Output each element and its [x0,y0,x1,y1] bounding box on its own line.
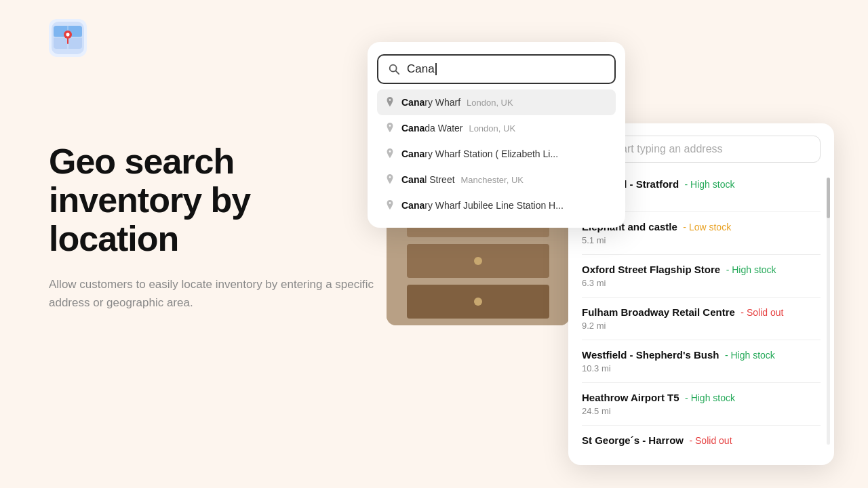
autocomplete-item-3[interactable]: Canary Wharf Station ( Elizabeth Li... [377,141,616,167]
store-name: Heathrow Airport T5 [582,392,679,403]
store-distance: 24.5 mi [582,406,821,416]
inventory-item-7[interactable]: St George´s - Harrow - Solid out [582,426,821,455]
store-name: Oxford Street Flagship Store [582,264,720,275]
store-distance: 9.2 mi [582,321,821,331]
search-icon [388,63,400,75]
stock-status: - Low stock [683,222,731,232]
autocomplete-item-2[interactable]: Canada Water London, UK [377,115,616,141]
inventory-item-4[interactable]: Fulham Broadway Retail Centre - Solid ou… [582,298,821,340]
search-input-active[interactable]: Cana [377,54,616,84]
store-name: Westfield - Shepherd's Bush [582,349,719,361]
store-name: Fulham Broadway Retail Centre [582,306,735,318]
text-cursor [435,63,437,75]
scrollbar-thumb[interactable] [827,178,830,218]
autocomplete-item-5[interactable]: Canary Wharf Jubilee Line Station H... [377,192,616,218]
svg-point-19 [474,298,482,306]
store-distance: 10.3 mi [582,363,821,373]
stock-status: - High stock [685,179,735,190]
location-pin-icon [385,148,395,159]
inventory-item-3[interactable]: Oxford Street Flagship Store - High stoc… [582,255,821,298]
search-autocomplete-card: Cana Canary Wharf London, UK Canada Wate… [368,42,625,228]
stock-status: - High stock [725,350,775,361]
suggestion-text: Canary Wharf Jubilee Line Station H... [401,200,564,211]
suggestion-text: Canada Water London, UK [401,123,515,134]
location-pin-icon [385,200,395,211]
location-pin-icon [385,97,395,108]
hero-section: Geo search inventory by location Allow c… [49,142,381,312]
stock-status: - Solid out [741,307,783,318]
suggestion-text: Canary Wharf London, UK [401,97,513,108]
svg-line-12 [396,71,399,75]
stock-status: - Solid out [689,435,732,446]
svg-point-9 [66,33,68,35]
hero-title: Geo search inventory by location [49,142,381,259]
autocomplete-dropdown: Canary Wharf London, UK Canada Water Lon… [377,89,616,218]
inventory-item-5[interactable]: Westfield - Shepherd's Bush - High stock… [582,340,821,383]
autocomplete-item-4[interactable]: Canal Street Manchester, UK [377,167,616,192]
autocomplete-item-1[interactable]: Canary Wharf London, UK [377,89,616,115]
store-name: St George´s - Harrow [582,434,684,446]
store-distance: 5.1 mi [582,235,821,245]
search-placeholder: Start typing an address [611,143,723,155]
search-query: Cana [407,62,435,76]
suggestion-text: Canary Wharf Station ( Elizabeth Li... [401,148,558,159]
store-distance: 6.3 mi [582,278,821,288]
hero-subtitle: Allow customers to easily locate invento… [49,275,381,312]
svg-point-18 [474,257,482,265]
scrollbar[interactable] [827,178,830,445]
stock-status: - High stock [726,264,776,275]
svg-point-10 [68,33,70,35]
inventory-item-6[interactable]: Heathrow Airport T5 - High stock 24.5 mi [582,383,821,426]
location-pin-icon [385,174,395,185]
stock-status: - High stock [685,392,735,403]
suggestion-text: Canal Street Manchester, UK [401,174,524,185]
app-logo [49,19,87,60]
location-pin-icon [385,123,395,134]
